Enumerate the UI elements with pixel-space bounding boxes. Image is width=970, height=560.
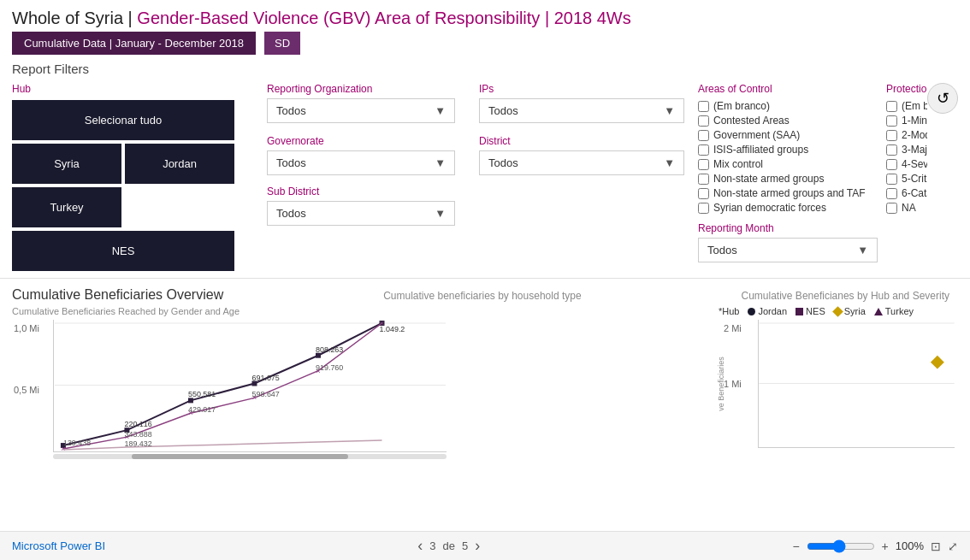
line2: [63, 323, 382, 449]
chart-area: Cumulative Beneficiaries Overview Cumula…: [0, 279, 970, 463]
zoom-in-button[interactable]: +: [882, 539, 889, 553]
svg-text:1.049.2: 1.049.2: [380, 325, 405, 333]
area-checkbox-1[interactable]: [698, 115, 709, 127]
hub-btn-nes[interactable]: NES: [12, 231, 234, 271]
governorate-dropdown[interactable]: Todos ▼: [267, 150, 455, 175]
area-checkbox-3[interactable]: [698, 144, 709, 156]
ips-label: IPs: [479, 83, 684, 95]
line1: [63, 323, 382, 445]
next-page-button[interactable]: ›: [475, 537, 480, 555]
powerbi-link[interactable]: Microsoft Power BI: [12, 539, 105, 552]
fit-screen-button[interactable]: ⊡: [931, 539, 941, 553]
area-checkbox-2[interactable]: [698, 130, 709, 141]
protection-label: Protection: [886, 83, 927, 95]
legend-syria: Syria: [834, 306, 866, 316]
right-y-mid: 1 Mi: [724, 379, 742, 389]
zoom-out-button[interactable]: −: [792, 539, 799, 553]
zoom-controls: − + 100% ⊡ ⤢: [792, 539, 958, 553]
area-item-5[interactable]: Non-state armed groups: [698, 173, 878, 185]
right-chart-svg: [758, 320, 955, 448]
zoom-slider[interactable]: [807, 539, 875, 553]
prot-item-5[interactable]: 5-Criti: [886, 173, 927, 185]
district-arrow: ▼: [664, 156, 675, 169]
subdistrict-group: Sub District Todos ▼: [267, 186, 455, 226]
reporting-month-label: Reporting Month: [698, 222, 878, 234]
prot-item-1[interactable]: 1-Mino: [886, 115, 927, 127]
area-checkbox-6[interactable]: [698, 188, 709, 199]
svg-text:139.438: 139.438: [63, 439, 91, 447]
subtitle-label: Cumulative Data | January - December 201…: [12, 32, 256, 55]
hub-legend: *Hub Jordan NES Syria Turkey: [719, 306, 958, 316]
chart-scrollbar-thumb: [132, 454, 348, 459]
reporting-month-value: Todos: [707, 244, 737, 256]
page-total: 5: [462, 539, 468, 552]
prot-checkbox-3[interactable]: [886, 144, 897, 156]
area-item-0[interactable]: (Em branco): [698, 100, 878, 112]
area-item-1[interactable]: Contested Areas: [698, 115, 878, 127]
subtitle-bar: Cumulative Data | January - December 201…: [0, 32, 970, 62]
prot-item-3[interactable]: 3-Majo: [886, 144, 927, 156]
district-value: Todos: [488, 156, 518, 169]
prot-checkbox-5[interactable]: [886, 174, 897, 185]
area-item-2[interactable]: Government (SAA): [698, 129, 878, 141]
reporting-month-dropdown[interactable]: Todos ▼: [698, 238, 878, 262]
reporting-org-label: Reporting Organization: [267, 83, 455, 95]
area-checkbox-5[interactable]: [698, 174, 709, 185]
prot-checkbox-0[interactable]: [886, 101, 897, 112]
header: Whole of Syria | Gender-Based Violence (…: [0, 0, 970, 32]
dropdowns-section: Reporting Organization Todos ▼ Governora…: [267, 83, 455, 226]
line3: [63, 440, 382, 450]
governorate-arrow: ▼: [435, 156, 446, 169]
reset-button[interactable]: ↺: [927, 83, 958, 114]
subdistrict-dropdown[interactable]: Todos ▼: [267, 201, 455, 226]
chart-scrollbar[interactable]: [53, 454, 447, 459]
fullscreen-button[interactable]: ⤢: [948, 539, 958, 553]
syria-chart-diamond: [931, 356, 944, 369]
hub-btn-syria[interactable]: Syria: [12, 144, 121, 184]
prot-checkbox-1[interactable]: [886, 115, 897, 127]
prot-checkbox-7[interactable]: [886, 203, 897, 214]
prot-checkbox-4[interactable]: [886, 159, 897, 170]
prev-page-button[interactable]: ‹: [417, 537, 423, 555]
prot-item-0[interactable]: (Em br: [886, 100, 927, 112]
svg-text:919.760: 919.760: [316, 363, 343, 372]
bottom-bar: Microsoft Power BI ‹ 3 de 5 › − + 100% ⊡…: [0, 531, 970, 560]
ips-district-section: IPs Todos ▼ District Todos ▼: [479, 83, 684, 175]
area-checkbox-7[interactable]: [698, 203, 709, 214]
area-item-3[interactable]: ISIS-affiliated groups: [698, 144, 878, 156]
area-item-7[interactable]: Syrian democratic forces: [698, 202, 878, 214]
area-item-4[interactable]: Mix control: [698, 158, 878, 170]
ips-dropdown[interactable]: Todos ▼: [479, 98, 684, 123]
reporting-org-dropdown[interactable]: Todos ▼: [267, 98, 455, 123]
subdistrict-label: Sub District: [267, 186, 455, 197]
hub-btn-jordan[interactable]: Jordan: [125, 144, 234, 184]
prot-item-4[interactable]: 4-Seve: [886, 158, 927, 170]
prot-item-7[interactable]: NA: [886, 202, 927, 214]
prot-item-6[interactable]: 6-Cata: [886, 187, 927, 199]
page-of: de: [443, 539, 455, 552]
svg-text:189.432: 189.432: [124, 439, 151, 448]
title-part2-colored: Gender-Based Violence (GBV) Area of Resp…: [137, 9, 630, 27]
svg-text:429.017: 429.017: [188, 405, 216, 414]
prot-checkbox-6[interactable]: [886, 188, 897, 199]
areas-section: Areas of Control (Em branco) Contested A…: [698, 83, 878, 262]
sd-button[interactable]: SD: [264, 32, 300, 55]
left-chart-subtitle: Cumulative Beneficiaries Reached by Gend…: [12, 306, 710, 316]
area-checkbox-0[interactable]: [698, 101, 709, 112]
reset-section: ↺: [927, 83, 958, 122]
filters-content: Hub Selecionar tudo Syria Jordan Turkey …: [12, 83, 958, 271]
reporting-org-arrow: ▼: [435, 104, 446, 117]
area-checkbox-4[interactable]: [698, 159, 709, 170]
hub-btn-selecionar[interactable]: Selecionar tudo: [12, 100, 234, 140]
svg-text:220.116: 220.116: [124, 420, 151, 428]
nes-square-icon: [796, 308, 803, 315]
district-label: District: [479, 135, 684, 147]
prot-item-2[interactable]: 2-Mod: [886, 129, 927, 141]
prot-checkbox-2[interactable]: [886, 130, 897, 141]
district-dropdown[interactable]: Todos ▼: [479, 150, 684, 175]
hub-btn-turkey[interactable]: Turkey: [12, 187, 121, 227]
area-item-6[interactable]: Non-state armed groups and TAF: [698, 187, 878, 199]
hub-legend-label: *Hub: [719, 306, 739, 316]
jordan-dot-icon: [748, 308, 755, 315]
district-group: District Todos ▼: [479, 135, 684, 175]
